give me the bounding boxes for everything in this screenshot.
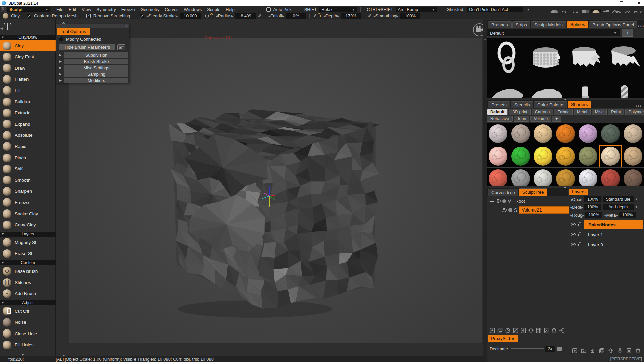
group-button[interactable]: Modifiers [64, 78, 128, 83]
sidebar-item-absolute[interactable]: Absolute [0, 130, 56, 141]
sidebar-item-clay-fast[interactable]: Clay Fast [0, 51, 56, 62]
shader-stone[interactable] [532, 168, 554, 186]
shader-olive[interactable] [577, 145, 599, 167]
add-spline-button[interactable]: + [622, 29, 633, 37]
layers-tab[interactable]: Layers [569, 189, 588, 195]
add-layer-icon[interactable] [571, 348, 579, 353]
roughness-spinner[interactable]: ◀Roug▶ [570, 213, 584, 218]
duplicate-layer-icon[interactable] [598, 348, 606, 353]
move-down-icon[interactable] [616, 348, 624, 353]
section-header-clay-draw[interactable]: ▼Clay/Draw [0, 35, 56, 40]
shift-dropdown[interactable]: Relax ▼ [319, 7, 357, 12]
sidebar-item-buildup[interactable]: Buildup [0, 96, 56, 107]
steady-stroke-value[interactable]: 10.000 [180, 13, 201, 19]
tab-splines[interactable]: Splines [567, 21, 588, 28]
layer-row-layer-0[interactable]: Layer 0 [571, 240, 643, 249]
spline-thumb-chain-link[interactable] [487, 38, 526, 77]
spline-preset-dropdown[interactable]: Default ▼ [487, 29, 620, 37]
menu-edit[interactable]: Edit [66, 7, 79, 12]
volume-ball-icon[interactable] [502, 199, 506, 203]
text-tool-row[interactable]: ◀ T [0, 19, 56, 34]
group-button[interactable]: Subdivision [64, 52, 128, 58]
ghost-icon[interactable] [512, 328, 519, 333]
tab-shaders[interactable]: Shaders [568, 101, 591, 108]
sidebar-item-fill-holes[interactable]: Fill Holes [0, 339, 56, 350]
shader-pink-rough[interactable] [487, 145, 509, 167]
shader-gold[interactable] [532, 145, 554, 167]
visibility-eye-icon[interactable] [502, 208, 507, 212]
depth-blend-dropdown[interactable]: Add depth [603, 204, 634, 210]
menu-symmetry[interactable]: Symmetry [94, 7, 119, 12]
panel-menu-dots[interactable]: ••• [635, 103, 642, 108]
ghosted-dropdown[interactable]: Don't Pick, Don't Act [467, 7, 523, 12]
tab-sculpttree[interactable]: SculptTree [519, 188, 547, 196]
category-default[interactable]: Default [487, 109, 508, 115]
radius-lock-icon[interactable] [210, 15, 213, 17]
falloff-value[interactable]: 0% [286, 13, 306, 19]
export-doc-icon[interactable] [543, 328, 550, 333]
menu-curves[interactable]: Curves [162, 7, 181, 12]
tab-stencils[interactable]: Stencils [511, 101, 533, 108]
decimate-value[interactable]: 2x [545, 346, 555, 352]
import-icon[interactable] [520, 328, 527, 333]
shader-tan[interactable] [532, 123, 554, 145]
visibility-eye-icon[interactable] [571, 233, 576, 236]
spline-thumb-studded-cylinder[interactable] [526, 38, 565, 77]
category-toon[interactable]: Toon [514, 116, 529, 122]
group-button[interactable]: Brush Stroke [64, 59, 128, 64]
to-center-icon[interactable] [528, 328, 534, 333]
merge-icon[interactable] [558, 328, 565, 333]
sidebar-item-freeze[interactable]: Freeze [0, 197, 56, 208]
spline-thumb-drill-twist[interactable] [605, 77, 644, 98]
add-volume-icon[interactable] [489, 328, 496, 333]
expand-right-icon[interactable]: ▶ [59, 53, 62, 57]
spline-thumb-bamboo[interactable] [566, 77, 605, 98]
shader-bronze-2[interactable] [554, 168, 577, 186]
expand-right-icon[interactable]: ▶ [59, 72, 62, 76]
resample-icon[interactable] [535, 328, 542, 333]
visibility-eye-icon[interactable] [496, 199, 501, 203]
hide-brush-parameters-button[interactable]: Hide Brush Parameters [59, 44, 115, 50]
menu-windows[interactable]: Windows [181, 7, 205, 12]
collapse-down-icon[interactable]: ▼ [62, 354, 65, 357]
sidebar-item-pinch[interactable]: Pinch [0, 152, 56, 163]
delete-icon[interactable] [551, 328, 557, 333]
menu-freeze[interactable]: Freeze [119, 7, 138, 12]
sidebar-item-rapid[interactable]: Rapid [0, 141, 56, 152]
layer-row-layer-1[interactable]: Layer 1 [571, 230, 643, 239]
sidebar-item-clay[interactable]: Clay [0, 40, 56, 51]
conform-retopo-checkbox[interactable] [27, 14, 31, 18]
visibility-eye-icon[interactable] [571, 243, 576, 246]
menu-geometry[interactable]: Geometry [138, 7, 162, 12]
sidebar-item-add-brush[interactable]: +Add Brush [0, 288, 56, 299]
pen-pressure-icon[interactable]: ✎ [258, 13, 261, 18]
clear-layer-icon[interactable] [625, 348, 633, 353]
sidebar-item-snake-clay[interactable]: Snake Clay [0, 208, 56, 219]
spline-thumb-rock-dome-1[interactable] [487, 77, 526, 98]
workspace-dropdown[interactable]: Sculpt ▼ [7, 7, 50, 12]
roughness-value[interactable]: 100% [585, 212, 602, 218]
sphere-icon[interactable] [504, 328, 511, 333]
category-cartoon[interactable]: Cartoon [532, 109, 553, 115]
falloff-spinner[interactable]: ◀Falloff▶ [268, 13, 284, 18]
category-fabric[interactable]: Fabric [554, 109, 573, 115]
shader-dark-red[interactable] [599, 168, 622, 186]
menu-help[interactable]: Help [223, 7, 237, 12]
sidebar-item-expand[interactable]: Expand [0, 119, 56, 130]
collapse-icon[interactable]: — [490, 199, 494, 204]
sidebar-item-close-hole[interactable]: Close Hole [0, 328, 56, 339]
image-add-icon[interactable]: ▣⁺ [117, 44, 125, 50]
shader-green-gloss[interactable] [509, 145, 532, 167]
tool-options-tab[interactable]: Tool Options [57, 28, 90, 35]
shader-bronze[interactable] [622, 145, 644, 167]
shader-taupe[interactable] [509, 123, 532, 145]
decimate-slider[interactable] [511, 345, 544, 352]
visibility-eye-icon[interactable] [571, 223, 576, 226]
close-icon[interactable]: ✕ [125, 24, 128, 28]
sidebar-item-extrude[interactable]: Extrude [0, 107, 56, 118]
shader-lilac[interactable] [577, 123, 599, 145]
depth-spinner[interactable]: ◀Depth▶ [323, 13, 339, 18]
spline-thumb-rock-dome-2[interactable] [526, 77, 565, 98]
sidebar-item-magnify-sl[interactable]: Magnify SL [0, 237, 56, 248]
pen-pressure-icon[interactable]: ✎ [313, 13, 317, 18]
